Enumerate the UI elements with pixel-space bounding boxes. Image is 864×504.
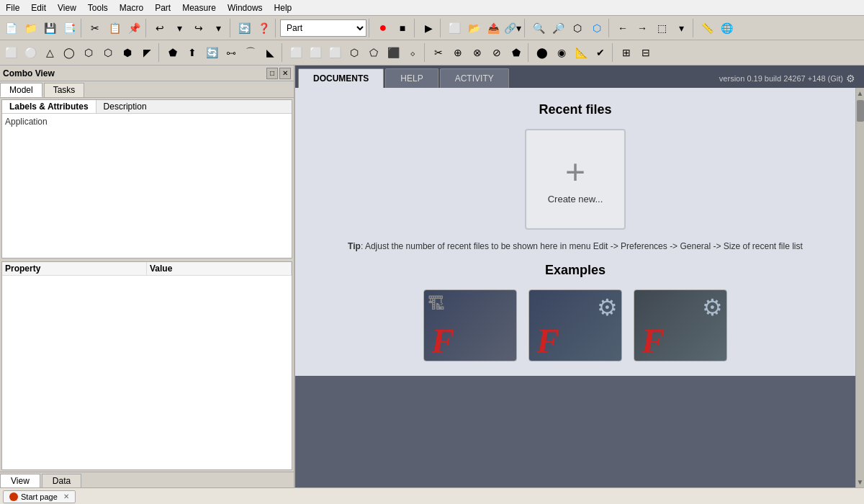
btn-copy[interactable]: 📋 bbox=[105, 19, 124, 37]
menu-measure[interactable]: Measure bbox=[176, 1, 222, 14]
btn-fillet[interactable]: ⌒ bbox=[241, 43, 260, 62]
btn-cone[interactable]: △ bbox=[40, 43, 59, 62]
btn-3d-rotate[interactable]: 🌐 bbox=[717, 19, 736, 37]
btn-view6[interactable]: ⬡ bbox=[588, 19, 606, 37]
btn-new[interactable]: 📄 bbox=[1, 19, 20, 37]
btn-face2[interactable]: ⬜ bbox=[306, 43, 325, 62]
btn-face3[interactable]: ⬜ bbox=[325, 43, 344, 62]
example-card-2[interactable]: ⚙ F bbox=[528, 289, 622, 361]
upper-content: Application bbox=[2, 114, 292, 130]
btn-check[interactable]: ✔ bbox=[591, 43, 610, 62]
btn-view4[interactable]: 🔎 bbox=[549, 19, 567, 37]
gear-icon[interactable]: ⚙ bbox=[846, 73, 855, 84]
btn-nav-fwd[interactable]: → bbox=[633, 19, 652, 37]
sep14 bbox=[528, 43, 531, 62]
btn-open[interactable]: 📁 bbox=[21, 19, 40, 37]
btn-loft[interactable]: ⬦ bbox=[403, 43, 422, 62]
tab-help[interactable]: HELP bbox=[385, 68, 438, 88]
btn-prism[interactable]: ⬢ bbox=[118, 43, 137, 62]
toolbar2: ⬜ ⚪ △ ◯ ⬡ ⬡ ⬢ ◤ ⬟ ⬆ 🔄 ⧟ ⌒ ◣ ⬜ ⬜ ⬜ ⬡ ⬠ ⬛ … bbox=[0, 40, 864, 65]
btn-tube[interactable]: ⬡ bbox=[99, 43, 117, 62]
btn-section[interactable]: ⊘ bbox=[487, 43, 506, 62]
btn-refresh[interactable]: 🔄 bbox=[235, 19, 253, 37]
scrollbar[interactable]: ▲ ▼ bbox=[855, 88, 864, 487]
combo-maximize-btn[interactable]: □ bbox=[266, 68, 278, 79]
btn-measure2[interactable]: 📐 bbox=[572, 43, 590, 62]
create-new-card[interactable]: + Create new... bbox=[525, 129, 626, 230]
tab-description[interactable]: Description bbox=[96, 100, 154, 113]
example-card-3-inner: ⚙ F bbox=[634, 290, 726, 361]
btn-torus[interactable]: ◯ bbox=[60, 43, 78, 62]
btn-save[interactable]: 💾 bbox=[40, 19, 59, 37]
btn-mirror[interactable]: ⧟ bbox=[222, 43, 240, 62]
btn-view7[interactable]: ⬤ bbox=[533, 43, 552, 62]
start-page-tab[interactable]: Start page ✕ bbox=[3, 490, 76, 503]
menu-edit[interactable]: Edit bbox=[25, 1, 52, 14]
menu-help[interactable]: Help bbox=[269, 1, 298, 14]
right-panel: DOCUMENTS HELP ACTIVITY version 0.19 bui… bbox=[295, 66, 864, 487]
btn-view8[interactable]: ◉ bbox=[552, 43, 571, 62]
btn-common[interactable]: ⊗ bbox=[468, 43, 487, 62]
workbench-select[interactable]: Part Draft Sketcher PartDesign bbox=[280, 19, 366, 37]
scroll-thumb[interactable] bbox=[857, 100, 864, 122]
btn-macro-stop[interactable]: ■ bbox=[393, 19, 412, 37]
btn-face6[interactable]: ⬛ bbox=[384, 43, 402, 62]
btn-cut[interactable]: ✂ bbox=[86, 19, 104, 37]
btn-box[interactable]: ⬜ bbox=[1, 43, 20, 62]
btn-save-as[interactable]: 📑 bbox=[60, 19, 78, 37]
btn-face5[interactable]: ⬠ bbox=[364, 43, 383, 62]
scroll-up-btn[interactable]: ▲ bbox=[855, 88, 864, 99]
btn-face4[interactable]: ⬡ bbox=[345, 43, 364, 62]
tab-tasks[interactable]: Tasks bbox=[44, 83, 85, 97]
btn-execute[interactable]: ▶ bbox=[419, 19, 438, 37]
btn-compound[interactable]: ⬟ bbox=[507, 43, 526, 62]
btn-boolean[interactable]: ⬟ bbox=[163, 43, 182, 62]
btn-view2[interactable]: 📂 bbox=[464, 19, 483, 37]
btn-undo[interactable]: ↩ bbox=[150, 19, 169, 37]
btn-view9[interactable]: ⊞ bbox=[617, 43, 636, 62]
tab-data[interactable]: Data bbox=[42, 474, 81, 487]
start-page-close-btn[interactable]: ✕ bbox=[63, 492, 69, 500]
labels-tabbar: Labels & Attributes Description bbox=[2, 100, 292, 114]
tab-documents[interactable]: DOCUMENTS bbox=[298, 68, 384, 88]
btn-redo-dropdown[interactable]: ▾ bbox=[209, 19, 228, 37]
btn-view1[interactable]: ⬜ bbox=[445, 19, 464, 37]
example-card-3[interactable]: ⚙ F bbox=[634, 289, 727, 361]
btn-link-dropdown[interactable]: 🔗▾ bbox=[503, 19, 522, 37]
btn-measure-tool[interactable]: 📏 bbox=[698, 19, 716, 37]
scroll-down-btn[interactable]: ▼ bbox=[855, 477, 864, 487]
btn-view-dropdown[interactable]: ▾ bbox=[672, 19, 690, 37]
btn-paste[interactable]: 📌 bbox=[125, 19, 143, 37]
btn-wedge[interactable]: ◤ bbox=[138, 43, 156, 62]
combo-close-btn[interactable]: ✕ bbox=[279, 68, 291, 79]
tab-model[interactable]: Model bbox=[0, 83, 42, 97]
tab-view[interactable]: View bbox=[0, 474, 40, 487]
menu-tools[interactable]: Tools bbox=[82, 1, 114, 14]
btn-fuse[interactable]: ⊕ bbox=[449, 43, 467, 62]
btn-revolve[interactable]: 🔄 bbox=[202, 43, 221, 62]
example-card-1[interactable]: 🏗 F bbox=[423, 289, 517, 361]
btn-nav-back[interactable]: ← bbox=[613, 19, 632, 37]
btn-redo[interactable]: ↪ bbox=[189, 19, 208, 37]
menu-part[interactable]: Part bbox=[149, 1, 176, 14]
btn-cylinder[interactable]: ⬡ bbox=[79, 43, 98, 62]
btn-help[interactable]: ❓ bbox=[254, 19, 273, 37]
btn-extrude[interactable]: ⬆ bbox=[183, 43, 202, 62]
btn-macro-record[interactable]: ● bbox=[374, 19, 392, 37]
menu-file[interactable]: File bbox=[0, 1, 25, 14]
btn-face1[interactable]: ⬜ bbox=[287, 43, 305, 62]
btn-export[interactable]: 📤 bbox=[484, 19, 503, 37]
btn-view3[interactable]: 🔍 bbox=[529, 19, 548, 37]
btn-sphere[interactable]: ⚪ bbox=[21, 43, 40, 62]
btn-view5[interactable]: ⬡ bbox=[568, 19, 587, 37]
btn-undo-dropdown[interactable]: ▾ bbox=[170, 19, 189, 37]
btn-view10[interactable]: ⊟ bbox=[636, 43, 655, 62]
btn-view-cube[interactable]: ⬚ bbox=[652, 19, 671, 37]
btn-chamfer[interactable]: ◣ bbox=[261, 43, 279, 62]
tab-labels-attributes[interactable]: Labels & Attributes bbox=[2, 100, 96, 113]
menu-view[interactable]: View bbox=[52, 1, 82, 14]
menu-windows[interactable]: Windows bbox=[222, 1, 269, 14]
btn-cut-op[interactable]: ✂ bbox=[429, 43, 448, 62]
tab-activity[interactable]: ACTIVITY bbox=[440, 68, 509, 88]
menu-macro[interactable]: Macro bbox=[114, 1, 149, 14]
